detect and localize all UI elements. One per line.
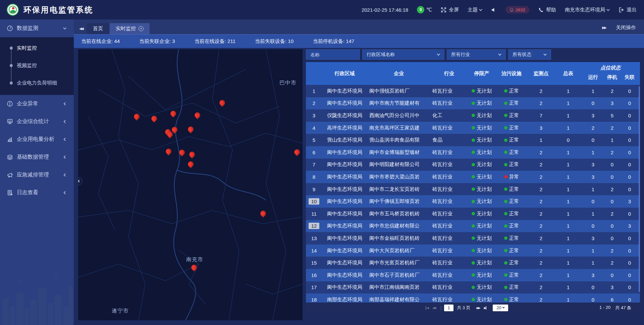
table-row-3[interactable]: 3仪陇生态环境局西南油气田分公司川中化工无计划正常71350 bbox=[306, 109, 640, 122]
table-row-16[interactable]: 16阆中生态环境局阆中市石子页岩机砖厂砖瓦行业无计划正常21300 bbox=[306, 269, 640, 281]
cell-lost: 0 bbox=[620, 100, 639, 106]
prev-page-button[interactable]: ◀◀ bbox=[430, 306, 438, 310]
stat-3: 当前失联设备: 10 bbox=[255, 38, 293, 45]
map[interactable]: 巴中市南充市遂宁市 bbox=[78, 49, 303, 320]
cell-facility: 正常 bbox=[495, 125, 528, 131]
chevron-down-icon bbox=[502, 306, 504, 309]
first-page-button[interactable]: ◀ bbox=[423, 306, 430, 310]
top-header: 环保用电监管系统 2021-02-25 17:46:18 0 ℃ 全屏 主题 bbox=[0, 0, 644, 19]
status-dot-icon bbox=[504, 200, 507, 203]
cell-region: 阆中生态环境局 bbox=[322, 235, 367, 241]
close-tab-icon[interactable]: × bbox=[139, 26, 144, 31]
cell-region: 阆中生态环境局 bbox=[322, 223, 367, 229]
table-row-9[interactable]: 9阆中生态环境局阆中市二龙长宝页岩砖砖瓦行业无计划正常21120 bbox=[306, 183, 640, 196]
cell-idx: 6 bbox=[306, 150, 322, 155]
org-dropdown[interactable]: 南充市生态环境局 bbox=[565, 7, 610, 13]
chevron-left-icon bbox=[78, 180, 80, 182]
tab-realtime-monitoring[interactable]: 实时监控 × bbox=[110, 23, 150, 34]
table-row-15[interactable]: 15阆中生态环境局阆中市光富页岩机砖厂砖瓦行业无计划正常21120 bbox=[306, 257, 640, 269]
status-dot-icon bbox=[472, 286, 475, 289]
tabs-scroll-left-button[interactable]: ◀◀ bbox=[78, 26, 84, 31]
logout-button[interactable]: 退出 bbox=[619, 7, 637, 13]
help-button[interactable]: 帮助 bbox=[538, 7, 556, 13]
cell-region: 阆中生态环境局 bbox=[322, 260, 367, 266]
cell-enterprise: 阆中市二龙长宝页岩砖 bbox=[367, 186, 430, 193]
status-dot-icon bbox=[472, 102, 475, 105]
cell-region: 高坪生态环境局 bbox=[322, 125, 367, 131]
sidebar-subitem-0-2[interactable]: 企业电力负荷明细 bbox=[0, 74, 74, 92]
tab-home[interactable]: 首页 bbox=[87, 23, 109, 34]
cell-idx: 9 bbox=[306, 186, 322, 192]
cell-idx: 1 bbox=[306, 88, 322, 94]
sidebar-item-4[interactable]: 基础数据管理 bbox=[0, 148, 74, 166]
cell-industry: 砖瓦行业 bbox=[430, 174, 468, 180]
brand: 环保用电监管系统 bbox=[7, 4, 93, 16]
table-row-11[interactable]: 11阆中生态环境局阆中市五马桥页岩机砖砖瓦行业无计划正常21120 bbox=[306, 208, 640, 220]
sidebar-subitem-0-0[interactable]: 实时监控 bbox=[0, 39, 74, 57]
group-header-label: 点位状态 bbox=[582, 62, 639, 73]
cell-region: 阆中生态环境局 bbox=[322, 198, 367, 205]
sidebar-item-2[interactable]: 企业综合统计 bbox=[0, 113, 74, 130]
cell-limit: 无计划 bbox=[468, 161, 495, 168]
table-row-14[interactable]: 14阆中生态环境局阆中大兴页岩机砖厂砖瓦行业无计划正常21120 bbox=[306, 245, 640, 257]
table-row-17[interactable]: 17阆中生态环境局阆中市江南镇阆南页岩砖瓦行业无计划正常21030 bbox=[306, 281, 640, 294]
fullscreen-icon bbox=[441, 7, 446, 13]
table-row-1[interactable]: 1阆中生态环境局阆中强锐页岩砖厂砖瓦行业无计划正常21120 bbox=[306, 85, 640, 97]
status-filter-select[interactable]: 所有状态 bbox=[508, 49, 551, 60]
page-number-input[interactable]: 1 bbox=[444, 305, 453, 311]
city-label-2: 遂宁市 bbox=[112, 308, 129, 315]
sidebar-item-5[interactable]: 应急减排管理 bbox=[0, 166, 74, 184]
page-size-select[interactable]: 20 bbox=[493, 305, 508, 311]
table-row-8[interactable]: 8阆中生态环境局阆中市枣碧大梁山页岩砖瓦行业无计划异常21300 bbox=[306, 171, 640, 183]
next-page-button[interactable]: ▶▶ bbox=[475, 306, 482, 310]
table-row-18[interactable]: 18南部生态环境局南部县瑞祥建材有限公砖瓦行业无计划正常21060 bbox=[306, 293, 640, 303]
temperature: 0 ℃ bbox=[417, 6, 432, 13]
status-dot-icon bbox=[504, 273, 507, 277]
mute-button[interactable] bbox=[491, 7, 497, 13]
region-filter-select[interactable]: 行政区域名称 bbox=[362, 49, 444, 60]
cell-meters: 1 bbox=[554, 272, 582, 278]
sidebar-item-1[interactable]: 企业异常 bbox=[0, 95, 74, 113]
last-page-button[interactable]: ▶ bbox=[482, 306, 489, 310]
cell-region: 阆中生态环境局 bbox=[322, 161, 367, 168]
cell-limit: 无计划 bbox=[468, 100, 495, 106]
tabs-scroll-right-button[interactable]: ▶▶ bbox=[601, 25, 607, 30]
sidebar-item-6[interactable]: 日志查看 bbox=[0, 184, 74, 202]
cell-industry: 食品 bbox=[430, 137, 468, 143]
cell-industry: 砖瓦行业 bbox=[430, 248, 468, 254]
status-dot-icon bbox=[504, 286, 507, 289]
sidebar-item-0[interactable]: 数据监测 bbox=[0, 19, 74, 37]
fullscreen-button[interactable]: 全屏 bbox=[441, 7, 459, 13]
layers-icon bbox=[7, 154, 13, 160]
name-filter-input[interactable] bbox=[310, 52, 356, 57]
table-scrollbar[interactable] bbox=[639, 86, 640, 292]
table-row-4[interactable]: 4高坪生态环境局南充市高坪区王家店建砖瓦行业无计划正常31220 bbox=[306, 122, 640, 134]
status-dot-icon bbox=[472, 151, 475, 154]
cell-facility: 正常 bbox=[495, 198, 528, 205]
table-row-6[interactable]: 6阆中生态环境局阆中市金博瑞新型墙材砖瓦行业无计划正常21120 bbox=[306, 146, 640, 159]
close-operations-button[interactable]: 关闭操作 bbox=[616, 24, 636, 31]
table-row-2[interactable]: 2阆中生态环境局阆中市南方节能建材有砖瓦行业无计划正常21030 bbox=[306, 97, 640, 110]
status-dot-icon bbox=[504, 139, 507, 142]
notification-badge[interactable]: 2632 bbox=[505, 6, 529, 13]
map-roads-decoration bbox=[78, 49, 303, 320]
cell-points: 2 bbox=[528, 223, 554, 229]
table-row-13[interactable]: 13阆中生态环境局阆中市金福旺页岩机砖砖瓦行业无计划正常21300 bbox=[306, 232, 640, 245]
cell-enterprise: 南充市高坪区王家店建 bbox=[367, 125, 430, 131]
total-pages-label: 共 3 页 bbox=[457, 305, 470, 311]
theme-dropdown[interactable]: 主题 bbox=[468, 7, 482, 13]
sidebar-item-3[interactable]: 企业用电量分析 bbox=[0, 130, 74, 148]
industry-filter-select[interactable]: 所有行业 bbox=[447, 49, 506, 60]
chevron-left-icon bbox=[64, 156, 67, 159]
col-header-3: 行业 bbox=[430, 62, 468, 85]
cell-facility: 正常 bbox=[495, 149, 528, 156]
cell-idx: 2 bbox=[306, 100, 322, 106]
cell-points: 2 bbox=[528, 297, 554, 303]
table-row-10[interactable]: 10阆中生态环境局阆中千佛镇五郎垭页岩砖瓦行业无计划正常21003 bbox=[306, 195, 640, 208]
status-dot-icon bbox=[504, 298, 507, 301]
sidebar-subitem-0-1[interactable]: 视频监控 bbox=[0, 57, 74, 74]
cell-industry: 砖瓦行业 bbox=[430, 186, 468, 193]
table-row-5[interactable]: 5营山生态环境局营山县润丰肉食品有限食品无计划正常10010 bbox=[306, 134, 640, 146]
table-row-12[interactable]: 12阆中生态环境局阆中市忠信建材有限公砖瓦行业无计划正常21003 bbox=[306, 220, 640, 232]
table-row-7[interactable]: 7阆中生态环境局阆中明阳建材有限公司砖瓦行业无计划正常21300 bbox=[306, 159, 640, 171]
